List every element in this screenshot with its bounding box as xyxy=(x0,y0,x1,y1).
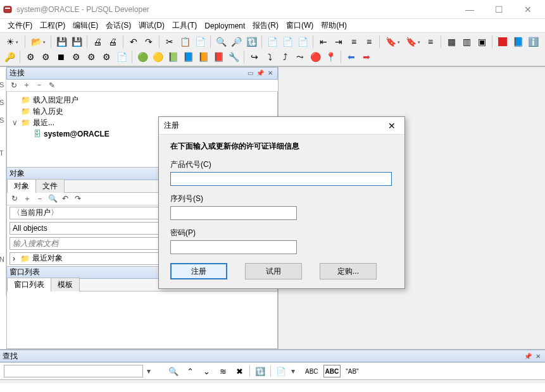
step-over-button[interactable]: ↪ xyxy=(247,50,261,64)
obj-remove-icon[interactable]: － xyxy=(35,193,45,204)
panel-dock-icon[interactable]: ▭ xyxy=(246,69,254,78)
tab-template[interactable]: 模板 xyxy=(51,278,80,291)
bookmark-list-button[interactable]: ≡ xyxy=(423,35,437,49)
dialog-titlebar[interactable]: 注册 ✕ xyxy=(159,117,404,135)
tb2-e[interactable]: 📗 xyxy=(166,50,180,64)
serial-input[interactable] xyxy=(170,206,297,220)
tree-item-fixed-user[interactable]: 📁 载入固定用户 xyxy=(11,94,273,106)
print-preview-button[interactable]: 🖨 xyxy=(106,35,120,49)
panel-close-icon[interactable]: ✕ xyxy=(534,352,542,360)
product-code-input[interactable] xyxy=(170,172,392,186)
open-button[interactable]: 📂▾ xyxy=(28,35,47,49)
search-abc-case-icon[interactable]: ABC xyxy=(323,365,341,377)
step-into-button[interactable]: ⤵ xyxy=(263,50,277,64)
register-button[interactable]: 注册 xyxy=(170,263,227,279)
conn-refresh-icon[interactable]: ↻ xyxy=(9,80,19,90)
minimize-button[interactable]: — xyxy=(455,0,484,19)
menu-session[interactable]: 会话(S) xyxy=(102,19,135,32)
step-out-button[interactable]: ⤴ xyxy=(278,50,292,64)
menu-debug[interactable]: 调试(D) xyxy=(135,19,168,32)
order-button[interactable]: 定购... xyxy=(320,263,377,279)
print-button[interactable]: 🖨 xyxy=(91,35,104,49)
tab-objects[interactable]: 对象 xyxy=(7,179,36,193)
collapse-icon[interactable]: ∨ xyxy=(11,118,18,127)
expand-icon[interactable]: › xyxy=(13,254,20,263)
password-input[interactable] xyxy=(170,240,297,254)
tb2-a[interactable]: ⚙ xyxy=(69,50,83,64)
cut-button[interactable]: ✂ xyxy=(163,35,177,49)
tb2-i[interactable]: 🔧 xyxy=(227,50,241,64)
search-replace-icon[interactable]: 🔃 xyxy=(254,365,266,377)
tree-item-history[interactable]: 📁 输入历史 xyxy=(11,106,273,117)
breakpoint-button[interactable]: 🔴 xyxy=(308,50,322,64)
window-tile-v-button[interactable]: ▥ xyxy=(460,35,473,49)
stop-button[interactable]: ⏹ xyxy=(54,50,68,64)
tab-winlist[interactable]: 窗口列表 xyxy=(7,278,51,291)
trial-button[interactable]: 试用 xyxy=(245,263,302,279)
tb-btn-c[interactable]: 📄 xyxy=(296,35,310,49)
copy-button[interactable]: 📋 xyxy=(178,35,192,49)
obj-next-icon[interactable]: ↷ xyxy=(73,193,83,204)
new-button[interactable]: ☀▾ xyxy=(3,35,22,49)
paste-button[interactable]: 📄 xyxy=(193,35,207,49)
maximize-button[interactable]: ☐ xyxy=(484,0,513,19)
search-find-icon[interactable]: 🔍 xyxy=(167,365,180,377)
search-close-icon[interactable]: ✖ xyxy=(233,365,246,377)
conn-rename-icon[interactable]: ✎ xyxy=(47,80,57,90)
menu-help[interactable]: 帮助(H) xyxy=(317,19,351,32)
tb2-j[interactable]: 📍 xyxy=(323,50,337,64)
tb2-d[interactable]: 📄 xyxy=(115,50,128,64)
panel-pin-icon[interactable]: 📌 xyxy=(523,352,532,360)
info-button[interactable]: ℹ️ xyxy=(526,35,540,49)
window-cascade-button[interactable]: ▣ xyxy=(475,35,489,49)
conn-remove-icon[interactable]: － xyxy=(34,80,44,90)
run-to-cursor-button[interactable]: ⤳ xyxy=(293,50,307,64)
undo-button[interactable]: ↶ xyxy=(127,35,141,49)
find-next-button[interactable]: 🔎 xyxy=(229,35,243,49)
redo-button[interactable]: ↷ xyxy=(142,35,156,49)
menu-project[interactable]: 工程(P) xyxy=(36,19,69,32)
menu-file[interactable]: 文件(F) xyxy=(4,19,36,32)
search-whole-word-icon[interactable]: "AB" xyxy=(344,365,360,377)
conn-add-icon[interactable]: ＋ xyxy=(22,80,32,90)
search-down-icon[interactable]: ⌄ xyxy=(200,365,213,377)
search-highlight-icon[interactable]: ≋ xyxy=(216,365,229,377)
uncomment-button[interactable]: ≡ xyxy=(362,35,376,49)
chevron-down-icon[interactable]: ▾ xyxy=(291,367,300,376)
save-all-button[interactable]: 💾 xyxy=(70,35,84,49)
search-abc-icon[interactable]: ABC xyxy=(304,365,320,377)
replace-button[interactable]: 🔃 xyxy=(244,35,258,49)
tb2-f[interactable]: 📘 xyxy=(181,50,195,64)
obj-refresh-icon[interactable]: ↻ xyxy=(9,193,20,204)
find-button[interactable]: 🔍 xyxy=(214,35,228,49)
bookmark-button[interactable]: 🔖▾ xyxy=(383,35,402,49)
tab-files[interactable]: 文件 xyxy=(35,179,65,193)
oracle-button[interactable] xyxy=(496,35,510,49)
close-button[interactable]: ✕ xyxy=(513,0,542,19)
menu-report[interactable]: 报告(R) xyxy=(249,19,282,32)
tb2-c[interactable]: ⚙ xyxy=(99,50,113,64)
rollback-button[interactable]: 🟡 xyxy=(151,50,165,64)
tb2-b[interactable]: ⚙ xyxy=(84,50,98,64)
key-button[interactable]: 🔑 xyxy=(3,50,16,64)
tb2-h[interactable]: 📕 xyxy=(211,50,225,64)
search-up-icon[interactable]: ⌃ xyxy=(184,365,196,377)
obj-add-icon[interactable]: ＋ xyxy=(22,193,32,204)
goto-bookmark-button[interactable]: 🔖▾ xyxy=(403,35,422,49)
search-input[interactable] xyxy=(4,365,143,377)
menu-edit[interactable]: 编辑(E) xyxy=(69,19,102,32)
window-tile-h-button[interactable]: ▦ xyxy=(444,35,458,49)
menu-deployment[interactable]: Deployment xyxy=(201,20,249,32)
menu-window[interactable]: 窗口(W) xyxy=(282,19,317,32)
obj-find-icon[interactable]: 🔍 xyxy=(47,193,58,204)
dialog-close-icon[interactable]: ✕ xyxy=(384,121,399,131)
indent-right-button[interactable]: ⇥ xyxy=(332,35,346,49)
obj-prev-icon[interactable]: ↶ xyxy=(60,193,70,204)
prev-nav-button[interactable]: ⬅ xyxy=(344,50,358,64)
search-doc-icon[interactable]: 📄 xyxy=(275,365,287,377)
tb-btn-a[interactable]: 📄 xyxy=(265,35,279,49)
help-button[interactable]: 📘 xyxy=(511,35,525,49)
panel-pin-icon[interactable]: 📌 xyxy=(256,69,265,78)
execute-button[interactable]: ⚙ xyxy=(23,50,37,64)
commit-button[interactable]: 🟢 xyxy=(135,50,149,64)
